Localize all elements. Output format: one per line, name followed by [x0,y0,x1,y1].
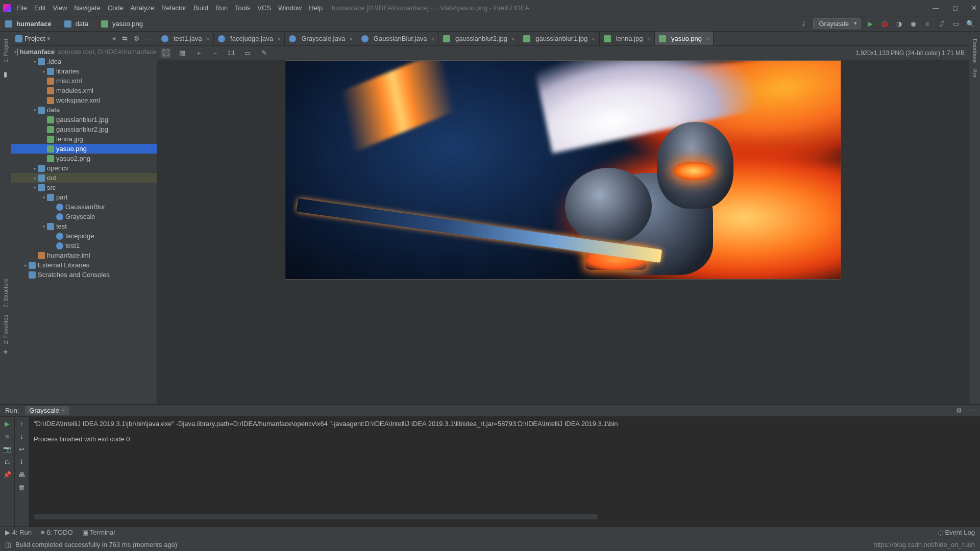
tree-node[interactable]: workspace.xml [11,95,157,105]
profiler-icon[interactable]: ◉ [909,19,918,29]
tree-node[interactable]: ▾.idea [11,57,157,66]
dump-icon[interactable]: 📷 [3,445,11,453]
tree-node[interactable]: ▾src [11,183,157,192]
tree-node[interactable]: GaussianBlur [11,202,157,212]
tree-root[interactable]: ▾ humanface sources root, D:\IDEA\humanf… [11,47,157,57]
star-icon[interactable]: ★ [3,348,9,356]
sidebar-ant-tab[interactable]: Ant [972,69,978,78]
menu-navigate[interactable]: Navigate [74,4,100,12]
sidebar-project-tab[interactable]: 1: Project [3,39,9,62]
stop-run-icon[interactable]: ■ [5,433,9,440]
event-log-button[interactable]: ◌ Event Log [938,529,975,536]
tree-node[interactable]: humanface.iml [11,251,157,260]
menu-analyze[interactable]: Analyze [131,4,154,12]
run-hide-icon[interactable]: — [968,407,975,414]
tree-node[interactable]: ▸libraries [11,66,157,76]
terminal-tool-button[interactable]: ▣ Terminal [82,529,115,536]
menu-tools[interactable]: Tools [235,4,250,12]
tree-node[interactable]: test1 [11,241,157,251]
editor-tab[interactable]: lenna.jpg× [600,32,655,45]
maximize-icon[interactable]: ◻ [952,4,958,12]
breadcrumb[interactable]: humanface 〉 data 〉 yasuo.png [5,19,143,29]
bounds-icon[interactable]: ▭ [243,48,252,58]
tree-node[interactable]: gaussianblur2.jpg [11,124,157,134]
tab-close-icon[interactable]: × [431,36,434,42]
sidebar-structure-tab[interactable]: 7: Structure [3,279,9,308]
menu-vcs[interactable]: VCS [257,4,271,12]
tree-node[interactable]: ▸External Libraries [11,260,157,270]
tab-close-icon[interactable]: × [277,36,280,42]
zoom-out-icon[interactable]: － [210,48,219,58]
tree-node[interactable]: misc.xml [11,76,157,86]
editor-tab[interactable]: facejudge.java× [214,32,285,45]
editor-tab[interactable]: test1.java× [157,32,214,45]
menu-help[interactable]: Help [309,4,323,12]
menu-code[interactable]: Code [108,4,124,12]
menu-refactor[interactable]: Refactor [161,4,186,12]
project-tree[interactable]: ▾ humanface sources root, D:\IDEA\humanf… [11,46,157,404]
editor-tab[interactable]: Grayscale.java× [285,32,357,45]
run-settings-icon[interactable]: ⚙ [956,407,962,414]
editor-tab[interactable]: gaussianblur2.jpg× [439,32,519,45]
tab-close-icon[interactable]: × [511,36,514,42]
layout-icon[interactable]: ▭ [951,19,961,29]
coverage-icon[interactable]: ◑ [894,19,903,29]
run-icon[interactable]: ▶ [866,19,875,29]
run-config-dropdown[interactable]: Grayscale [813,18,861,29]
minimize-icon[interactable]: — [933,4,939,12]
tree-node[interactable]: ▸opencv [11,163,157,173]
settings-icon[interactable]: ⚙ [134,35,140,43]
collapse-icon[interactable]: — [146,35,153,43]
editor-tab[interactable]: gaussianblur1.jpg× [519,32,599,45]
menu-view[interactable]: View [53,4,67,12]
print-icon[interactable]: 🖶 [18,471,25,479]
pin-icon[interactable]: 📌 [3,471,11,479]
bookmark-icon[interactable]: ▮ [4,70,7,78]
tree-node[interactable]: ▾test [11,221,157,231]
editor-tab[interactable]: GaussianBlur.java× [357,32,439,45]
project-title[interactable]: Project [24,35,45,42]
console-output[interactable]: "D:\IDEA\IntelliJ IDEA 2019.3.1\jbr\bin\… [29,417,980,527]
rerun-icon[interactable]: ▶ [5,420,10,428]
search-icon[interactable]: 🔍 [966,19,975,29]
update-icon[interactable]: ⇵ [937,19,946,29]
tree-node[interactable]: yasuo2.png [11,154,157,163]
close-icon[interactable]: ✕ [971,4,977,12]
image-viewport[interactable] [157,60,969,404]
console-scrollbar[interactable] [34,514,598,519]
expand-icon[interactable]: ⇆ [122,35,128,43]
menu-window[interactable]: Window [278,4,302,12]
grid-icon[interactable]: ▦ [178,48,187,58]
tree-node[interactable]: modules.xml [11,86,157,95]
run-tab[interactable]: Grayscale × [25,406,69,415]
tab-close-icon[interactable]: × [349,36,352,42]
tree-node[interactable]: lenna.jpg [11,134,157,144]
sidebar-database-tab[interactable]: Database [972,39,978,63]
menu-run[interactable]: Run [215,4,228,12]
tree-node[interactable]: gaussianblur1.jpg [11,115,157,124]
tab-close-icon[interactable]: × [206,36,209,42]
sidebar-favorites-tab[interactable]: 2: Favorites [3,315,9,344]
tree-node[interactable]: Scratches and Consoles [11,270,157,280]
tree-node[interactable]: ▾part [11,192,157,202]
tab-close-icon[interactable]: × [647,36,650,42]
locate-icon[interactable]: ⌖ [112,35,116,43]
clear-icon[interactable]: 🗑 [18,484,25,491]
tree-node[interactable]: yasuo.png [11,144,157,154]
debug-icon[interactable]: 🐞 [880,19,889,29]
tab-close-icon[interactable]: × [706,36,709,42]
zoom-in-icon[interactable]: ＋ [194,48,203,58]
menu-file[interactable]: File [16,4,27,12]
build-icon[interactable]: ⤸ [799,19,808,29]
down-icon[interactable]: ↓ [20,433,23,440]
todo-tool-button[interactable]: ≡ 6: TODO [41,529,73,536]
tab-close-icon[interactable]: × [592,36,595,42]
toggle-toolwindows-icon[interactable]: ◫ [5,541,11,548]
fit-icon[interactable]: ⛶ [161,48,170,58]
stop-icon[interactable]: ■ [923,19,932,29]
scroll-icon[interactable]: ⤓ [19,458,24,466]
wrap-icon[interactable]: ↩ [19,445,24,453]
up-icon[interactable]: ↑ [20,420,23,428]
run-tool-button[interactable]: ▶ 4: Run [5,529,32,536]
menu-build[interactable]: Build [193,4,208,12]
